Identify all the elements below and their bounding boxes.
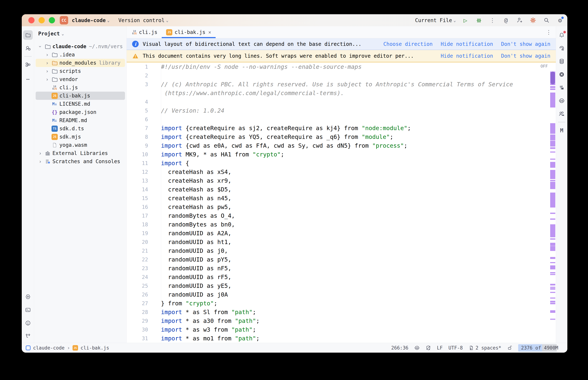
code-line: 14 createHash as $D5, xyxy=(127,185,550,194)
tree-item-label: External Libraries xyxy=(52,150,108,156)
line-number: 4 xyxy=(127,99,161,105)
editor-scrollbar[interactable] xyxy=(550,62,556,343)
indent-widget[interactable]: 2 spaces* xyxy=(469,345,501,351)
chevron-right-icon[interactable]: › xyxy=(44,68,51,74)
search-everywhere-button[interactable] xyxy=(543,16,550,24)
problems-icon xyxy=(25,320,31,326)
vcs-change-mark xyxy=(550,284,555,285)
code-editor[interactable]: 1#!/usr/bin/env -S node --no-warnings --… xyxy=(127,62,556,343)
vcs-change-mark xyxy=(550,303,555,304)
tree-item-cli-bak-js[interactable]: JScli-bak.js xyxy=(36,92,125,100)
terminal-tool-button[interactable] xyxy=(23,305,33,315)
more-tool-windows-button[interactable]: … xyxy=(23,73,33,82)
tree-item-vendor[interactable]: ›vendor xyxy=(36,75,125,83)
copilot-status-button[interactable] xyxy=(414,345,420,351)
chevron-right-icon[interactable]: › xyxy=(37,151,44,156)
copilot-button[interactable] xyxy=(557,96,567,106)
code-line: 2 xyxy=(127,71,550,80)
tab-cli-bak-js[interactable]: JS cli-bak.js × xyxy=(162,26,215,38)
code-line: 26 randomUUID as j0A xyxy=(127,290,550,299)
tab-cli-js[interactable]: 100JS cli.js xyxy=(128,26,162,38)
tree-item--idea[interactable]: ›.idea xyxy=(36,51,125,59)
vcs-menu[interactable]: Version control ⌄ xyxy=(118,17,168,23)
tree-item-sdk-d-ts[interactable]: TSsdk.d.ts xyxy=(36,124,125,133)
problems-tool-button[interactable] xyxy=(23,318,33,328)
line-number: 9 xyxy=(127,143,161,149)
mentions-button[interactable]: @ xyxy=(502,16,510,24)
tree-item-scripts[interactable]: ›scripts xyxy=(36,67,125,75)
breadcrumb[interactable]: claude-code › JS cli-bak.js xyxy=(26,345,109,351)
m-plugin-button[interactable]: M xyxy=(557,126,567,135)
js-icon: JS xyxy=(51,93,59,99)
tree-item-sdk-mjs[interactable]: JSsdk.mjs xyxy=(36,133,125,141)
js-file-icon: JS xyxy=(73,345,78,351)
close-tab-icon[interactable]: × xyxy=(208,30,211,35)
run-button[interactable]: ▷ xyxy=(461,16,469,24)
tab-list-button[interactable]: ⋮ xyxy=(542,26,556,38)
debug-button[interactable] xyxy=(475,16,483,24)
code-with-me-button[interactable] xyxy=(557,109,567,119)
code-line: 6 xyxy=(127,115,550,124)
services-tool-button[interactable] xyxy=(23,292,33,302)
x-plugin-button[interactable] xyxy=(557,70,567,79)
stripe-divider xyxy=(24,56,32,57)
chevron-right-icon[interactable]: › xyxy=(44,77,51,82)
database-button[interactable] xyxy=(557,57,567,66)
project-panel: Project ⌄ ›claude-code~/.nvm/vers›.idea›… xyxy=(34,26,127,343)
vcs-change-mark xyxy=(550,93,555,108)
breadcrumb-project[interactable]: claude-code xyxy=(33,345,64,351)
minimize-window-button[interactable] xyxy=(39,17,45,23)
notifications-button[interactable] xyxy=(557,30,567,40)
chevron-down-icon: ⌄ xyxy=(61,31,64,36)
caret-position-widget[interactable]: 266:36 xyxy=(391,345,408,351)
project-tool-button[interactable] xyxy=(23,30,33,40)
line-ending-widget[interactable]: LF xyxy=(437,345,443,351)
claude-plugin-button[interactable] xyxy=(529,16,537,24)
chevron-right-icon[interactable]: › xyxy=(37,159,44,164)
highlighting-level-button[interactable] xyxy=(426,345,431,351)
notification-action-hide-notification[interactable]: Hide notification xyxy=(441,41,493,47)
project-menu[interactable]: claude-code ⌄ xyxy=(72,17,110,23)
ai-assistant-button[interactable] xyxy=(557,43,567,53)
tree-item-license-md[interactable]: M↓LICENSE.md xyxy=(36,100,125,108)
structure-tool-button[interactable] xyxy=(23,60,33,69)
git-branch-icon xyxy=(25,333,31,339)
code-line: 25 randomUUID as yE5, xyxy=(127,282,550,290)
notification-action-don-t-show-again[interactable]: Don't show again xyxy=(501,41,550,47)
notification-dot xyxy=(563,31,566,33)
notification-action-choose-direction[interactable]: Choose direction xyxy=(383,41,433,47)
chevron-down-icon[interactable]: › xyxy=(38,43,43,50)
encoding-widget[interactable]: UTF-8 xyxy=(448,345,463,351)
more-actions-button[interactable]: ⋮ xyxy=(488,16,496,24)
scrollbar-thumb[interactable] xyxy=(550,72,555,84)
tree-item-scratches-and-consoles[interactable]: ›Scratches and Consoles xyxy=(36,157,125,166)
maximize-window-button[interactable] xyxy=(49,17,55,23)
chevron-right-icon[interactable]: › xyxy=(44,60,51,66)
settings-button[interactable]: ⚙ xyxy=(556,16,564,24)
code-line: 8import {createRequire as YQ5, createReq… xyxy=(127,133,550,141)
commit-tool-button[interactable]: ? xyxy=(23,43,33,53)
add-user-button[interactable] xyxy=(515,16,524,24)
tree-item-claude-code[interactable]: ›claude-code~/.nvm/vers xyxy=(36,42,125,51)
notification-action-don-t-show-again[interactable]: Don't show again xyxy=(501,53,550,59)
pinwheel-plugin-button[interactable] xyxy=(557,83,567,92)
code-line: 4 xyxy=(127,97,550,106)
memory-indicator[interactable]: 2376 of 4900M xyxy=(518,344,561,352)
tree-item-external-libraries[interactable]: ›External Libraries xyxy=(36,149,125,157)
tree-item-package-json[interactable]: {}package.json xyxy=(36,108,125,116)
tree-item-readme-md[interactable]: M↓README.md xyxy=(36,116,125,124)
project-panel-header[interactable]: Project ⌄ xyxy=(34,29,126,38)
line-number: 23 xyxy=(127,265,161,271)
close-window-button[interactable] xyxy=(28,17,35,23)
database-icon xyxy=(559,58,565,64)
git-tool-button[interactable] xyxy=(23,331,33,341)
chevron-right-icon[interactable]: › xyxy=(44,52,51,57)
breadcrumb-file[interactable]: cli-bak.js xyxy=(81,345,109,351)
tree-item-yoga-wasm[interactable]: yoga.wasm xyxy=(36,141,125,149)
tree-item-cli-js[interactable]: 100JScli.js xyxy=(36,83,125,92)
notification-action-hide-notification[interactable]: Hide notification xyxy=(441,53,493,59)
run-configuration-selector[interactable]: Current File ⌄ xyxy=(415,17,456,23)
bidi-text-notification: i Visual layout of bidirectional text ca… xyxy=(127,38,556,50)
write-access-button[interactable] xyxy=(507,345,512,350)
tree-item-node-modules[interactable]: ›node_moduleslibrary xyxy=(36,59,125,67)
